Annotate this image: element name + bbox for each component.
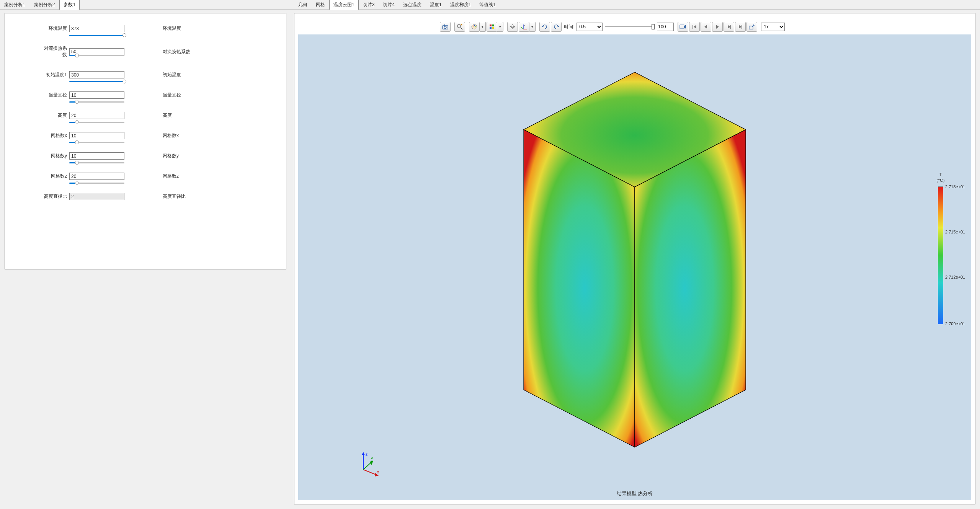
colorbar-tick: 2.709e+01	[945, 321, 965, 326]
play-icon[interactable]	[712, 22, 723, 32]
time-label: 时间:	[564, 24, 574, 30]
param-input-7[interactable]	[69, 173, 124, 180]
left-tab-0[interactable]: 案例分析1	[0, 0, 29, 10]
colorbar-unit: （°C）	[925, 178, 956, 183]
param-label: 当量直径	[43, 92, 67, 98]
param-row-1: 对流换热系数对流换热系数	[43, 45, 248, 58]
speed-select[interactable]: 1x	[761, 23, 785, 31]
param-slider-6[interactable]	[43, 160, 124, 165]
param-slider-2[interactable]	[43, 79, 124, 84]
svg-marker-23	[694, 25, 696, 29]
param-desc: 高度	[163, 112, 172, 119]
param-row-0: 环境温度环境温度	[43, 25, 248, 32]
svg-line-4	[461, 28, 462, 29]
svg-text:z: z	[366, 452, 368, 457]
prev-icon[interactable]	[701, 22, 711, 32]
right-tab-3[interactable]: 切片3	[359, 0, 379, 10]
colorbar-tick: 2.718e+01	[945, 184, 965, 189]
param-label: 网格数x	[43, 132, 67, 139]
result-label: 结果模型 热分析	[617, 490, 653, 497]
rotate-cw-icon[interactable]	[539, 22, 550, 32]
param-slider-1[interactable]	[43, 53, 124, 58]
param-input-0[interactable]	[69, 25, 124, 32]
next-icon[interactable]	[724, 22, 734, 32]
first-icon[interactable]	[689, 22, 700, 32]
axes-icon[interactable]: x	[519, 22, 529, 32]
param-desc: 网格数x	[163, 132, 179, 139]
param-row-5: 网格数x网格数x	[43, 132, 248, 139]
left-tab-2[interactable]: 参数1	[59, 0, 80, 10]
frame-spin[interactable]	[657, 23, 674, 31]
param-label: 初始温度1	[43, 72, 67, 78]
svg-point-1	[444, 26, 446, 29]
camera-icon[interactable]	[440, 22, 451, 32]
right-tab-7[interactable]: 温度梯度1	[446, 0, 475, 10]
zoom-icon[interactable]: ✦	[454, 22, 465, 32]
svg-point-8	[474, 25, 475, 26]
right-tab-2[interactable]: 温度云图1	[329, 0, 359, 10]
rotate-ccw-icon[interactable]	[551, 22, 562, 32]
colorbar: T （°C） 2.718e+012.715e+012.712e+012.709e…	[925, 172, 956, 324]
param-label: 环境温度	[43, 25, 67, 32]
right-tab-5[interactable]: 选点温度	[399, 0, 426, 10]
param-desc: 当量直径	[163, 92, 181, 98]
time-slider[interactable]	[605, 23, 655, 31]
svg-marker-21	[684, 25, 686, 29]
pan-icon[interactable]	[507, 22, 518, 32]
param-row-6: 网格数y网格数y	[43, 152, 248, 160]
svg-rect-20	[680, 25, 684, 29]
time-select[interactable]: 0.5	[577, 23, 603, 31]
cube-icon-dropdown[interactable]: ▾	[497, 22, 503, 32]
svg-marker-41	[369, 460, 373, 465]
svg-line-16	[521, 27, 523, 29]
param-input-8	[69, 193, 124, 200]
param-slider-4[interactable]	[43, 120, 124, 124]
right-tab-8[interactable]: 等值线1	[475, 0, 500, 10]
cube-icon[interactable]	[487, 22, 497, 32]
param-input-2[interactable]	[69, 71, 124, 78]
svg-rect-10	[490, 24, 492, 26]
param-input-6[interactable]	[69, 152, 124, 160]
viz-canvas[interactable]: z x y 结果模型 热分析 T （°C） 2.718e+012.715e+01…	[298, 34, 971, 500]
param-slider-7[interactable]	[43, 181, 124, 185]
right-tab-4[interactable]: 切片4	[379, 0, 399, 10]
record-icon[interactable]	[678, 22, 688, 32]
param-input-5[interactable]	[69, 132, 124, 139]
param-desc: 网格数y	[163, 153, 179, 159]
param-slider-0[interactable]	[43, 33, 124, 38]
param-desc: 高度直径比	[163, 193, 186, 200]
axes-icon-dropdown[interactable]: ▾	[529, 22, 536, 32]
svg-rect-29	[742, 25, 742, 29]
left-panel: 案例分析1案例分析2参数1 环境温度环境温度对流换热系数对流换热系数初始温度1初…	[0, 0, 291, 509]
svg-point-9	[475, 26, 477, 28]
svg-marker-28	[739, 25, 742, 29]
svg-rect-22	[693, 25, 693, 29]
param-desc: 初始温度	[163, 72, 181, 78]
param-input-4[interactable]	[69, 112, 124, 119]
param-label: 网格数z	[43, 173, 67, 179]
param-label: 高度直径比	[43, 193, 67, 200]
viz-toolbar: ✦▾▾x▾时间:0.51x	[440, 21, 785, 33]
param-desc: 网格数z	[163, 173, 179, 179]
palette-icon-dropdown[interactable]: ▾	[480, 22, 486, 32]
left-tab-1[interactable]: 案例分析2	[30, 0, 59, 10]
palette-icon[interactable]	[469, 22, 480, 32]
svg-rect-2	[444, 24, 445, 26]
param-desc: 对流换热系数	[163, 49, 190, 55]
svg-text:y: y	[371, 456, 373, 460]
param-slider-5[interactable]	[43, 140, 124, 145]
export-icon[interactable]	[746, 22, 757, 32]
param-row-7: 网格数z网格数z	[43, 173, 248, 180]
svg-marker-26	[728, 25, 730, 29]
svg-line-37	[363, 470, 377, 475]
axis-gizmo: z x y	[356, 450, 382, 477]
param-input-3[interactable]	[69, 91, 124, 99]
right-tab-6[interactable]: 温度1	[426, 0, 446, 10]
param-slider-3[interactable]	[43, 100, 124, 104]
last-icon[interactable]	[735, 22, 746, 32]
param-row-4: 高度高度	[43, 112, 248, 119]
right-tab-0[interactable]: 几何	[294, 0, 312, 10]
parameters-panel: 环境温度环境温度对流换热系数对流换热系数初始温度1初始温度当量直径当量直径高度高…	[5, 13, 286, 269]
colorbar-tick: 2.715e+01	[945, 230, 965, 234]
right-tab-1[interactable]: 网格	[312, 0, 329, 10]
